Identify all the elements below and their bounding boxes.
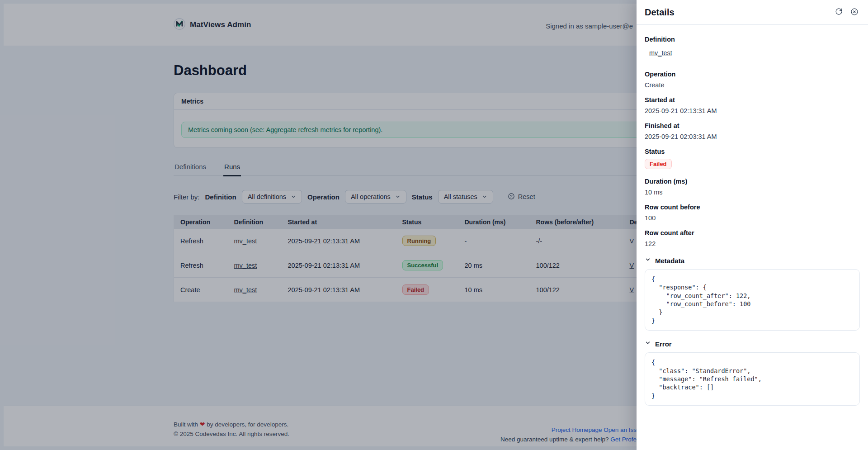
metadata-title: Metadata xyxy=(655,257,684,265)
operation-value: Create xyxy=(645,81,860,89)
definition-link[interactable]: mv_test xyxy=(649,49,672,57)
matviews-admin-page: MatViews Admin Signed in as sample-user@… xyxy=(0,0,868,450)
status-badge: Failed xyxy=(645,159,672,169)
finished-at-label: Finished at xyxy=(645,122,860,129)
definition-label: Definition xyxy=(645,36,860,43)
metadata-json: { "response": { "row_count_after": 122, … xyxy=(645,269,860,331)
details-drawer: Details Definition mv_test Operation Cre… xyxy=(637,0,868,450)
refresh-button[interactable] xyxy=(834,6,844,18)
finished-at-value: 2025-09-21 02:03:31 AM xyxy=(645,133,860,140)
started-at-label: Started at xyxy=(645,96,860,104)
duration-value: 10 ms xyxy=(645,189,860,196)
drawer-header: Details xyxy=(637,0,868,25)
close-button[interactable] xyxy=(849,6,860,19)
row-count-after-value: 122 xyxy=(645,240,860,247)
metadata-section-toggle[interactable]: Metadata xyxy=(645,256,860,265)
started-at-value: 2025-09-21 02:13:31 AM xyxy=(645,107,860,114)
chevron-down-icon xyxy=(645,256,651,265)
circle-x-icon xyxy=(850,8,859,17)
error-section-toggle[interactable]: Error xyxy=(645,340,860,348)
refresh-icon xyxy=(835,8,843,17)
duration-label: Duration (ms) xyxy=(645,178,860,185)
error-json: { "class": "StandardError", "message": "… xyxy=(645,352,860,406)
chevron-down-icon xyxy=(645,340,651,348)
row-count-before-label: Row count before xyxy=(645,204,860,211)
status-label: Status xyxy=(645,148,860,155)
row-count-after-label: Row count after xyxy=(645,229,860,237)
error-title: Error xyxy=(655,340,672,348)
row-count-before-value: 100 xyxy=(645,214,860,222)
operation-label: Operation xyxy=(645,71,860,78)
drawer-body: Definition mv_test Operation Create Star… xyxy=(637,25,868,406)
drawer-title: Details xyxy=(645,7,829,18)
